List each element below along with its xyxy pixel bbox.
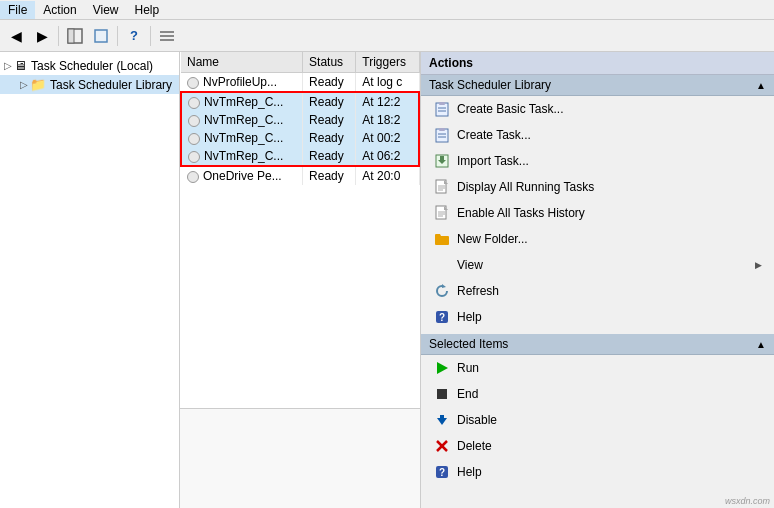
section-selected-items: RunEndDisableDelete?Help xyxy=(421,355,774,485)
toolbar-properties[interactable] xyxy=(89,24,113,48)
task-table-body: NvProfileUp...ReadyAt log cNvTmRep_C...R… xyxy=(181,73,419,186)
action-label: Help xyxy=(457,465,482,479)
action-label: Delete xyxy=(457,439,492,453)
action-icon-display-all-running-tasks xyxy=(433,178,451,196)
cell-name: OneDrive Pe... xyxy=(181,166,303,185)
cell-status: Ready xyxy=(303,147,356,166)
svg-rect-1 xyxy=(68,29,74,43)
cell-status: Ready xyxy=(303,92,356,111)
menu-view[interactable]: View xyxy=(85,1,127,19)
main-layout: ▷ 🖥 Task Scheduler (Local) ▷ 📁 Task Sche… xyxy=(0,52,774,508)
action-item-import-task-[interactable]: Import Task... xyxy=(421,148,774,174)
action-icon-end xyxy=(433,385,451,403)
action-label: View xyxy=(457,258,483,272)
action-item-display-all-running-tasks[interactable]: Display All Running Tasks xyxy=(421,174,774,200)
action-label: Disable xyxy=(457,413,497,427)
action-icon-refresh xyxy=(433,282,451,300)
toolbar-help[interactable]: ? xyxy=(122,24,146,48)
table-row[interactable]: NvTmRep_C...ReadyAt 06:2 xyxy=(181,147,419,166)
action-item-disable[interactable]: Disable xyxy=(421,407,774,433)
task-status-icon xyxy=(187,77,199,89)
action-item-delete[interactable]: Delete xyxy=(421,433,774,459)
computer-icon: 🖥 xyxy=(14,58,27,73)
task-area: Name Status Triggers NvProfileUp...Ready… xyxy=(180,52,420,508)
action-label: Run xyxy=(457,361,479,375)
section-label-library: Task Scheduler Library xyxy=(429,78,551,92)
action-item-refresh[interactable]: Refresh xyxy=(421,278,774,304)
svg-marker-29 xyxy=(442,284,446,288)
cell-trigger: At 12:2 xyxy=(356,92,419,111)
detail-panel xyxy=(180,408,420,508)
left-wrapper: ▷ 🖥 Task Scheduler (Local) ▷ 📁 Task Sche… xyxy=(0,52,420,508)
toolbar-separator-2 xyxy=(117,26,118,46)
task-status-icon xyxy=(187,171,199,183)
svg-marker-34 xyxy=(437,418,447,425)
action-label: End xyxy=(457,387,478,401)
table-row[interactable]: OneDrive Pe...ReadyAt 20:0 xyxy=(181,166,419,185)
action-item-help[interactable]: ?Help xyxy=(421,459,774,485)
action-item-create-basic-task-[interactable]: Create Basic Task... xyxy=(421,96,774,122)
table-row[interactable]: NvTmRep_C...ReadyAt 00:2 xyxy=(181,129,419,147)
table-row[interactable]: NvProfileUp...ReadyAt log c xyxy=(181,73,419,93)
actions-header: Actions xyxy=(421,52,774,75)
tree-item-library[interactable]: ▷ 📁 Task Scheduler Library xyxy=(0,75,179,94)
toolbar-back[interactable]: ◀ xyxy=(4,24,28,48)
table-row[interactable]: NvTmRep_C...ReadyAt 12:2 xyxy=(181,92,419,111)
menu-action[interactable]: Action xyxy=(35,1,84,19)
action-icon-new-folder- xyxy=(433,230,451,248)
action-icon-delete xyxy=(433,437,451,455)
svg-rect-33 xyxy=(437,389,447,399)
action-item-new-folder-[interactable]: New Folder... xyxy=(421,226,774,252)
tree-panel: ▷ 🖥 Task Scheduler (Local) ▷ 📁 Task Sche… xyxy=(0,52,180,508)
action-item-run[interactable]: Run xyxy=(421,355,774,381)
action-label: Create Task... xyxy=(457,128,531,142)
action-item-help[interactable]: ?Help xyxy=(421,304,774,330)
col-header-status: Status xyxy=(303,52,356,73)
folder-icon-library: 📁 xyxy=(30,77,46,92)
toolbar-show-hide[interactable] xyxy=(63,24,87,48)
toolbar-extra[interactable] xyxy=(155,24,179,48)
cell-trigger: At log c xyxy=(356,73,419,93)
action-item-create-task-[interactable]: Create Task... xyxy=(421,122,774,148)
tree-item-local[interactable]: ▷ 🖥 Task Scheduler (Local) xyxy=(0,56,179,75)
action-label: Display All Running Tasks xyxy=(457,180,594,194)
collapse-icon-selected: ▲ xyxy=(756,339,766,350)
section-library-items: Create Basic Task...Create Task...Import… xyxy=(421,96,774,330)
col-header-triggers: Triggers xyxy=(356,52,419,73)
action-label: New Folder... xyxy=(457,232,528,246)
left-content: ▷ 🖥 Task Scheduler (Local) ▷ 📁 Task Sche… xyxy=(0,52,420,508)
svg-rect-11 xyxy=(439,128,445,131)
table-row[interactable]: NvTmRep_C...ReadyAt 18:2 xyxy=(181,111,419,129)
cell-trigger: At 20:0 xyxy=(356,166,419,185)
menu-help[interactable]: Help xyxy=(127,1,168,19)
task-status-icon xyxy=(188,133,200,145)
expand-icon: ▷ xyxy=(4,60,12,71)
toolbar-forward[interactable]: ▶ xyxy=(30,24,54,48)
task-status-icon xyxy=(188,151,200,163)
cell-name: NvTmRep_C... xyxy=(181,111,303,129)
section-header-library[interactable]: Task Scheduler Library ▲ xyxy=(421,75,774,96)
task-list-panel: Name Status Triggers NvProfileUp...Ready… xyxy=(180,52,420,408)
section-label-selected: Selected Items xyxy=(429,337,508,351)
toolbar: ◀ ▶ ? xyxy=(0,20,774,52)
action-icon-disable xyxy=(433,411,451,429)
menu-bar: File Action View Help xyxy=(0,0,774,20)
cell-name: NvTmRep_C... xyxy=(181,147,303,166)
action-item-end[interactable]: End xyxy=(421,381,774,407)
action-item-enable-all-tasks-history[interactable]: Enable All Tasks History xyxy=(421,200,774,226)
toolbar-separator-1 xyxy=(58,26,59,46)
cell-status: Ready xyxy=(303,73,356,93)
section-header-selected[interactable]: Selected Items ▲ xyxy=(421,334,774,355)
svg-rect-5 xyxy=(160,39,174,41)
action-item-view[interactable]: View▶ xyxy=(421,252,774,278)
action-icon-create-basic-task- xyxy=(433,100,451,118)
task-status-icon xyxy=(188,97,200,109)
menu-file[interactable]: File xyxy=(0,1,35,19)
svg-rect-2 xyxy=(95,30,107,42)
svg-text:?: ? xyxy=(439,467,445,478)
cell-name: NvTmRep_C... xyxy=(181,92,303,111)
action-label: Enable All Tasks History xyxy=(457,206,585,220)
action-label: Create Basic Task... xyxy=(457,102,564,116)
right-panel: Actions Task Scheduler Library ▲ Create … xyxy=(420,52,774,508)
action-icon-help: ? xyxy=(433,308,451,326)
